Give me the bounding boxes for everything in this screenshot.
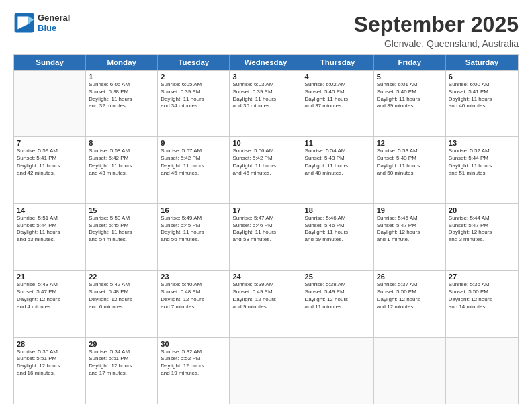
day-cell-29: 29Sunrise: 5:34 AM Sunset: 5:51 PM Dayli… (86, 338, 158, 404)
calendar-row-1: 1Sunrise: 6:06 AM Sunset: 5:38 PM Daylig… (14, 70, 518, 136)
logo-text: General Blue (38, 13, 70, 33)
day-cell-13: 13Sunrise: 5:52 AM Sunset: 5:44 PM Dayli… (446, 137, 518, 203)
day-info: Sunrise: 5:54 AM Sunset: 5:43 PM Dayligh… (305, 148, 371, 177)
day-number: 27 (449, 273, 515, 281)
day-number: 15 (89, 206, 154, 214)
day-cell-4: 4Sunrise: 6:02 AM Sunset: 5:40 PM Daylig… (302, 71, 374, 136)
day-number: 7 (17, 139, 83, 147)
logo: General Blue (13, 12, 70, 34)
day-info: Sunrise: 5:47 AM Sunset: 5:46 PM Dayligh… (232, 215, 298, 244)
day-info: Sunrise: 6:03 AM Sunset: 5:39 PM Dayligh… (232, 81, 298, 110)
day-cell-15: 15Sunrise: 5:50 AM Sunset: 5:45 PM Dayli… (86, 204, 158, 270)
day-cell-27: 27Sunrise: 5:36 AM Sunset: 5:50 PM Dayli… (446, 271, 518, 336)
day-info: Sunrise: 5:49 AM Sunset: 5:45 PM Dayligh… (161, 215, 226, 244)
weekday-header-wednesday: Wednesday (230, 55, 302, 70)
calendar-header: SundayMondayTuesdayWednesdayThursdayFrid… (14, 55, 518, 70)
day-cell-17: 17Sunrise: 5:47 AM Sunset: 5:46 PM Dayli… (230, 204, 302, 270)
day-cell-30: 30Sunrise: 5:32 AM Sunset: 5:52 PM Dayli… (158, 338, 230, 404)
calendar-body: 1Sunrise: 6:06 AM Sunset: 5:38 PM Daylig… (14, 70, 518, 404)
day-number: 9 (161, 139, 226, 147)
day-number: 1 (89, 73, 154, 81)
day-info: Sunrise: 5:36 AM Sunset: 5:50 PM Dayligh… (449, 281, 515, 310)
day-number: 24 (232, 273, 298, 281)
day-number: 21 (17, 273, 83, 281)
day-number: 22 (89, 273, 154, 281)
day-number: 10 (232, 139, 298, 147)
day-number: 28 (17, 340, 83, 348)
day-number: 6 (449, 73, 515, 81)
day-info: Sunrise: 6:01 AM Sunset: 5:40 PM Dayligh… (377, 81, 443, 110)
day-number: 30 (161, 340, 226, 348)
day-info: Sunrise: 5:38 AM Sunset: 5:49 PM Dayligh… (305, 281, 371, 310)
day-cell-19: 19Sunrise: 5:45 AM Sunset: 5:47 PM Dayli… (374, 204, 446, 270)
day-number: 18 (305, 206, 371, 214)
day-info: Sunrise: 5:42 AM Sunset: 5:48 PM Dayligh… (89, 281, 154, 310)
day-info: Sunrise: 5:37 AM Sunset: 5:50 PM Dayligh… (377, 281, 443, 310)
day-cell-20: 20Sunrise: 5:44 AM Sunset: 5:47 PM Dayli… (446, 204, 518, 270)
day-info: Sunrise: 5:35 AM Sunset: 5:51 PM Dayligh… (17, 349, 83, 377)
day-cell-23: 23Sunrise: 5:40 AM Sunset: 5:48 PM Dayli… (158, 271, 230, 336)
calendar-row-4: 21Sunrise: 5:43 AM Sunset: 5:47 PM Dayli… (14, 270, 518, 336)
weekday-header-monday: Monday (86, 55, 158, 70)
day-number: 16 (161, 206, 226, 214)
day-info: Sunrise: 5:43 AM Sunset: 5:47 PM Dayligh… (17, 281, 83, 310)
weekday-header-tuesday: Tuesday (158, 55, 230, 70)
day-info: Sunrise: 5:57 AM Sunset: 5:42 PM Dayligh… (161, 148, 226, 177)
day-number: 8 (89, 139, 154, 147)
day-info: Sunrise: 6:00 AM Sunset: 5:41 PM Dayligh… (449, 81, 515, 110)
weekday-header-saturday: Saturday (446, 55, 518, 70)
title-block: September 2025 Glenvale, Queensland, Aus… (354, 12, 519, 49)
calendar-row-5: 28Sunrise: 5:35 AM Sunset: 5:51 PM Dayli… (14, 337, 518, 404)
weekday-header-thursday: Thursday (302, 55, 374, 70)
day-cell-7: 7Sunrise: 5:59 AM Sunset: 5:41 PM Daylig… (14, 137, 86, 203)
day-cell-18: 18Sunrise: 5:46 AM Sunset: 5:46 PM Dayli… (302, 204, 374, 270)
logo-icon (13, 12, 35, 34)
day-cell-16: 16Sunrise: 5:49 AM Sunset: 5:45 PM Dayli… (158, 204, 230, 270)
empty-cell (230, 338, 302, 404)
day-cell-11: 11Sunrise: 5:54 AM Sunset: 5:43 PM Dayli… (302, 137, 374, 203)
day-cell-24: 24Sunrise: 5:39 AM Sunset: 5:49 PM Dayli… (230, 271, 302, 336)
day-cell-14: 14Sunrise: 5:51 AM Sunset: 5:44 PM Dayli… (14, 204, 86, 270)
day-cell-26: 26Sunrise: 5:37 AM Sunset: 5:50 PM Dayli… (374, 271, 446, 336)
empty-cell (446, 338, 518, 404)
day-info: Sunrise: 5:56 AM Sunset: 5:42 PM Dayligh… (232, 148, 298, 177)
day-info: Sunrise: 5:53 AM Sunset: 5:43 PM Dayligh… (377, 148, 443, 177)
day-number: 11 (305, 139, 371, 147)
day-cell-9: 9Sunrise: 5:57 AM Sunset: 5:42 PM Daylig… (158, 137, 230, 203)
day-info: Sunrise: 5:44 AM Sunset: 5:47 PM Dayligh… (449, 215, 515, 244)
calendar-row-3: 14Sunrise: 5:51 AM Sunset: 5:44 PM Dayli… (14, 203, 518, 270)
day-cell-21: 21Sunrise: 5:43 AM Sunset: 5:47 PM Dayli… (14, 271, 86, 336)
day-info: Sunrise: 5:50 AM Sunset: 5:45 PM Dayligh… (89, 215, 154, 244)
day-number: 3 (232, 73, 298, 81)
day-number: 19 (377, 206, 443, 214)
day-info: Sunrise: 5:40 AM Sunset: 5:48 PM Dayligh… (161, 281, 226, 310)
empty-cell (302, 338, 374, 404)
day-number: 2 (161, 73, 226, 81)
calendar: SundayMondayTuesdayWednesdayThursdayFrid… (13, 54, 519, 404)
weekday-header-sunday: Sunday (14, 55, 86, 70)
weekday-header-friday: Friday (374, 55, 446, 70)
page: General Blue September 2025 Glenvale, Qu… (0, 0, 532, 411)
day-cell-25: 25Sunrise: 5:38 AM Sunset: 5:49 PM Dayli… (302, 271, 374, 336)
day-number: 14 (17, 206, 83, 214)
day-number: 12 (377, 139, 443, 147)
empty-cell (374, 338, 446, 404)
day-number: 5 (377, 73, 443, 81)
day-number: 26 (377, 273, 443, 281)
day-number: 4 (305, 73, 371, 81)
day-cell-8: 8Sunrise: 5:58 AM Sunset: 5:42 PM Daylig… (86, 137, 158, 203)
day-info: Sunrise: 5:58 AM Sunset: 5:42 PM Dayligh… (89, 148, 154, 177)
day-cell-3: 3Sunrise: 6:03 AM Sunset: 5:39 PM Daylig… (230, 71, 302, 136)
day-info: Sunrise: 5:34 AM Sunset: 5:51 PM Dayligh… (89, 349, 154, 377)
day-number: 29 (89, 340, 154, 348)
day-number: 13 (449, 139, 515, 147)
day-info: Sunrise: 5:45 AM Sunset: 5:47 PM Dayligh… (377, 215, 443, 244)
header: General Blue September 2025 Glenvale, Qu… (13, 12, 519, 49)
day-info: Sunrise: 6:06 AM Sunset: 5:38 PM Dayligh… (89, 81, 154, 110)
day-info: Sunrise: 6:05 AM Sunset: 5:39 PM Dayligh… (161, 81, 226, 110)
day-number: 23 (161, 273, 226, 281)
day-cell-12: 12Sunrise: 5:53 AM Sunset: 5:43 PM Dayli… (374, 137, 446, 203)
day-info: Sunrise: 5:59 AM Sunset: 5:41 PM Dayligh… (17, 148, 83, 177)
location-subtitle: Glenvale, Queensland, Australia (354, 38, 519, 49)
day-info: Sunrise: 6:02 AM Sunset: 5:40 PM Dayligh… (305, 81, 371, 110)
